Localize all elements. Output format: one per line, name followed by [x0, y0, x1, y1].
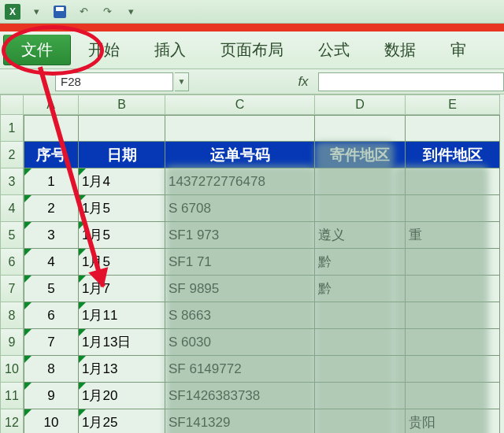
row-header[interactable]: 6 [0, 249, 24, 276]
table-row: 11 9 1月20 SF1426383738 [0, 383, 504, 409]
cell[interactable]: 3 [24, 222, 79, 249]
row-header[interactable]: 12 [0, 409, 24, 433]
cell[interactable] [315, 302, 406, 329]
cell[interactable] [165, 115, 315, 142]
cell[interactable]: S 8663 [165, 302, 315, 329]
cell[interactable]: 7 [24, 329, 79, 356]
annotation-red-bar [0, 24, 504, 31]
table-row: 1 [0, 115, 504, 142]
cell[interactable]: 贵阳 [406, 409, 500, 433]
row-header[interactable]: 8 [0, 302, 24, 329]
fx-icon[interactable]: fx [293, 72, 313, 91]
cell[interactable]: 9 [24, 383, 79, 409]
col-header-B[interactable]: B [79, 94, 165, 115]
tab-formulas[interactable]: 公式 [301, 31, 367, 68]
row-header[interactable]: 5 [0, 222, 24, 249]
file-tab[interactable]: 文件 [3, 35, 71, 65]
cell[interactable]: 1月5 [79, 222, 165, 249]
cell[interactable]: SF1 973 [165, 222, 315, 249]
cell[interactable]: 1月5 [79, 195, 165, 222]
cell[interactable] [406, 276, 500, 302]
tab-page-layout[interactable]: 页面布局 [203, 31, 301, 68]
row-header[interactable]: 11 [0, 383, 24, 409]
cell[interactable]: 4 [24, 249, 79, 276]
tab-home[interactable]: 开始 [71, 31, 137, 68]
name-box-dropdown-icon[interactable]: ▼ [175, 72, 189, 91]
cell[interactable] [315, 409, 406, 433]
cell[interactable] [406, 195, 500, 222]
cell[interactable]: 1 [24, 168, 79, 195]
header-cell[interactable]: 运单号码 [165, 142, 315, 168]
formula-bar[interactable] [318, 72, 504, 91]
cell[interactable]: 遵义 [315, 222, 406, 249]
col-header-D[interactable]: D [315, 94, 406, 115]
name-box[interactable]: F28 [55, 72, 173, 91]
row-header[interactable]: 1 [0, 115, 24, 142]
cell[interactable]: S 6030 [165, 329, 315, 356]
cell[interactable]: 1月11 [79, 302, 165, 329]
cell[interactable]: 1月5 [79, 249, 165, 276]
table-row: 5 3 1月5 SF1 973 遵义 重 [0, 222, 504, 249]
cell[interactable] [315, 329, 406, 356]
cell[interactable] [24, 115, 79, 142]
cell[interactable]: SF 9895 [165, 276, 315, 302]
cell[interactable] [406, 168, 500, 195]
cell[interactable] [315, 356, 406, 383]
cell[interactable] [315, 383, 406, 409]
cell[interactable]: 黔 [315, 276, 406, 302]
spreadsheet-grid[interactable]: A B C D E 1 2 序号 日期 运单号码 寄件地区 到件地区 3 1 1… [0, 94, 504, 433]
cell[interactable]: 1月4 [79, 168, 165, 195]
row-header[interactable]: 10 [0, 356, 24, 383]
excel-app-icon[interactable]: X [3, 3, 22, 20]
cell[interactable] [79, 115, 165, 142]
cell[interactable]: 1月25 [79, 409, 165, 433]
cell[interactable]: SF141329 [165, 409, 315, 433]
cell[interactable] [406, 249, 500, 276]
cell[interactable]: 1437272776478 [165, 168, 315, 195]
cell[interactable]: SF1426383738 [165, 383, 315, 409]
cell[interactable]: 1月13 [79, 356, 165, 383]
cell[interactable]: 黔 [315, 249, 406, 276]
row-header[interactable]: 7 [0, 276, 24, 302]
cell[interactable] [315, 195, 406, 222]
cell[interactable]: SF 6149772 [165, 356, 315, 383]
cell[interactable] [406, 383, 500, 409]
row-header[interactable]: 2 [0, 142, 24, 168]
cell[interactable] [406, 302, 500, 329]
col-header-E[interactable]: E [406, 94, 500, 115]
cell[interactable]: 1月13日 [79, 329, 165, 356]
header-cell[interactable]: 寄件地区 [315, 142, 406, 168]
cell[interactable] [315, 168, 406, 195]
tab-insert[interactable]: 插入 [137, 31, 203, 68]
cell[interactable] [315, 115, 406, 142]
save-button[interactable] [50, 3, 69, 20]
col-header-C[interactable]: C [165, 94, 315, 115]
header-cell[interactable]: 日期 [79, 142, 165, 168]
cell[interactable]: 1月20 [79, 383, 165, 409]
col-header-A[interactable]: A [24, 94, 79, 115]
cell[interactable]: 5 [24, 276, 79, 302]
tab-review[interactable]: 审 [433, 31, 484, 68]
header-cell[interactable]: 到件地区 [406, 142, 500, 168]
cell[interactable] [406, 329, 500, 356]
row-header[interactable]: 3 [0, 168, 24, 195]
redo-button[interactable]: ↷ [98, 3, 117, 20]
select-all-corner[interactable] [0, 94, 24, 115]
cell[interactable]: SF1 71 [165, 249, 315, 276]
header-cell[interactable]: 序号 [24, 142, 79, 168]
cell[interactable]: 2 [24, 195, 79, 222]
app-dropdown-icon[interactable]: ▾ [27, 3, 46, 20]
cell[interactable] [406, 356, 500, 383]
cell[interactable]: S 6708 [165, 195, 315, 222]
cell[interactable]: 1月7 [79, 276, 165, 302]
undo-button[interactable]: ↶ [74, 3, 93, 20]
cell[interactable]: 6 [24, 302, 79, 329]
tab-data[interactable]: 数据 [367, 31, 433, 68]
row-header[interactable]: 4 [0, 195, 24, 222]
cell[interactable]: 8 [24, 356, 79, 383]
qat-customize-icon[interactable]: ▾ [121, 3, 140, 20]
cell[interactable]: 10 [24, 409, 79, 433]
cell[interactable] [406, 115, 500, 142]
row-header[interactable]: 9 [0, 329, 24, 356]
cell[interactable]: 重 [406, 222, 500, 249]
